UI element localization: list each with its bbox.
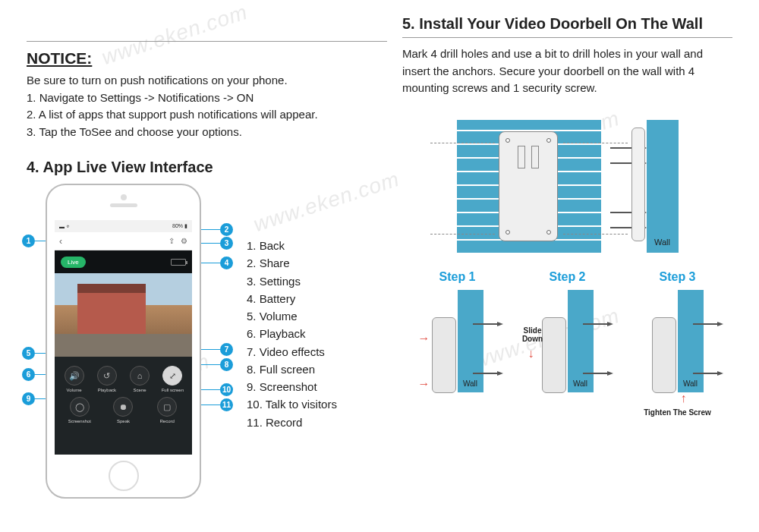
phone-speaker (110, 203, 137, 207)
callout-7: 7 (197, 343, 233, 356)
legend-item: 4. Battery (247, 290, 337, 307)
step-title: Step 2 (515, 270, 621, 284)
step-1: Step 1Wall→→ (405, 270, 511, 417)
wifi-icon: ▬ ᯤ (59, 224, 71, 229)
screenshot-icon: ◯ (70, 397, 90, 417)
wall-label: Wall (458, 379, 483, 388)
fullscreen-icon: ⤢ (162, 366, 182, 386)
control-label: Record (151, 419, 183, 423)
notice-heading: NOTICE: (27, 49, 387, 68)
live-row: Live (55, 250, 192, 273)
speak-button[interactable]: ⏺Speak (107, 397, 139, 423)
side-plate (631, 127, 645, 241)
doorbell-device (652, 317, 676, 393)
volume-icon: 🔊 (65, 366, 84, 386)
legend-item: 11. Record (247, 414, 337, 431)
step-2: Step 2WallSlide Down↓ (515, 270, 621, 417)
callout-10: 10 (197, 383, 233, 396)
record-button[interactable]: ▢Record (151, 397, 183, 423)
callout-4: 4 (197, 257, 233, 269)
screw-icon (583, 320, 613, 328)
fullscreen-button[interactable]: ⤢Full screen (156, 366, 188, 392)
record-icon: ▢ (157, 397, 177, 417)
arrow-up-icon: ↑ (681, 392, 687, 405)
status-bar: ▬ ᯤ 80% ▮ (55, 220, 192, 232)
divider (27, 41, 387, 42)
legend-item: 2. Share (247, 254, 337, 272)
legend-item: 3. Settings (247, 272, 337, 290)
control-label: Volume (58, 388, 90, 392)
screenshot-button[interactable]: ◯Screenshot (64, 397, 96, 423)
control-label: Screenshot (64, 419, 96, 423)
notice-body: Be sure to turn on push notifications on… (27, 72, 387, 140)
legend-item: 10. Talk to visitors (247, 395, 337, 413)
screw-icon (473, 320, 503, 328)
svg-marker-13 (607, 322, 613, 326)
legend-list: 1. Back2. Share3. Settings4. Battery5. V… (247, 237, 337, 431)
phone-mockup: ▬ ᯤ 80% ▮ ‹ ⇪ ⚙ Live (46, 184, 201, 499)
control-label: Playback (91, 388, 123, 392)
phone-screen: ▬ ᯤ 80% ▮ ‹ ⇪ ⚙ Live (55, 220, 192, 455)
svg-marker-17 (717, 322, 723, 326)
arrow-down-icon: ↓ (528, 347, 534, 360)
legend-item: 6. Playback (247, 325, 337, 342)
svg-marker-11 (497, 371, 503, 376)
callout-8: 8 (197, 358, 233, 371)
mounting-plate (499, 131, 558, 241)
playback-icon: ↺ (97, 366, 117, 386)
screw-icon (693, 370, 723, 377)
phone-camera (121, 194, 127, 200)
legend-item: 5. Volume (247, 307, 337, 325)
control-label: Scene (124, 388, 156, 392)
volume-button[interactable]: 🔊Volume (58, 366, 90, 392)
doorbell-device (432, 317, 456, 393)
svg-marker-19 (717, 371, 723, 376)
slide-down-label: Slide Down (518, 326, 548, 343)
live-video-preview (55, 273, 192, 357)
battery-pct: 80% ▮ (172, 223, 187, 229)
notice-line: 1. Navigate to Settings -> Notifications… (27, 90, 387, 107)
speak-icon: ⏺ (113, 397, 133, 417)
arrow-icon: → (418, 332, 430, 345)
front-wall-diagram (457, 120, 601, 253)
tighten-label: Tighten The Screw (625, 408, 731, 417)
settings-icon[interactable]: ⚙ (181, 237, 187, 245)
legend-item: 8. Full screen (247, 360, 337, 378)
share-icon[interactable]: ⇪ (168, 237, 175, 245)
step-title: Step 1 (405, 270, 511, 284)
section-5-body: Mark 4 drill holes and use a bit to dril… (402, 46, 732, 97)
scene-button[interactable]: ⌂Scene (124, 366, 156, 392)
control-label: Speak (107, 419, 139, 423)
callout-11: 11 (197, 398, 233, 411)
notice-intro: Be sure to turn on push notifications on… (27, 72, 387, 90)
svg-marker-15 (607, 371, 613, 376)
legend-item: 7. Video effects (247, 343, 337, 360)
divider (402, 37, 732, 38)
wall-label: Wall (647, 238, 679, 247)
notice-line: 3. Tap the ToSee and choose your options… (27, 124, 387, 141)
wall-label: Wall (568, 379, 594, 388)
step-3: Step 3Wall↑Tighten The Screw (625, 270, 731, 417)
install-diagram-main: Wall (402, 111, 732, 263)
live-badge: Live (61, 257, 86, 268)
section-5-title: 5. Install Your Video Doorbell On The Wa… (402, 15, 732, 33)
legend-item: 9. Screenshot (247, 378, 337, 395)
wall-label: Wall (678, 379, 704, 388)
home-button[interactable] (109, 461, 139, 491)
back-icon[interactable]: ‹ (59, 236, 62, 247)
screw-icon (473, 370, 503, 377)
arrow-icon: → (418, 377, 430, 391)
legend-item: 1. Back (247, 237, 337, 254)
callout-3: 3 (197, 237, 233, 250)
playback-button[interactable]: ↺Playback (91, 366, 123, 392)
callout-2: 2 (197, 223, 233, 236)
side-wall-diagram: Wall (647, 120, 679, 253)
install-steps: Step 1Wall→→Step 2WallSlide Down↓Step 3W… (402, 270, 732, 417)
control-label: Full screen (156, 388, 188, 392)
scene-icon: ⌂ (130, 366, 150, 386)
screw-icon (583, 370, 613, 377)
step-title: Step 3 (625, 270, 731, 284)
notice-line: 2. A list of apps that support push noti… (27, 106, 387, 124)
section-4-title: 4. App Live View Interface (27, 159, 387, 176)
svg-marker-9 (497, 322, 503, 326)
